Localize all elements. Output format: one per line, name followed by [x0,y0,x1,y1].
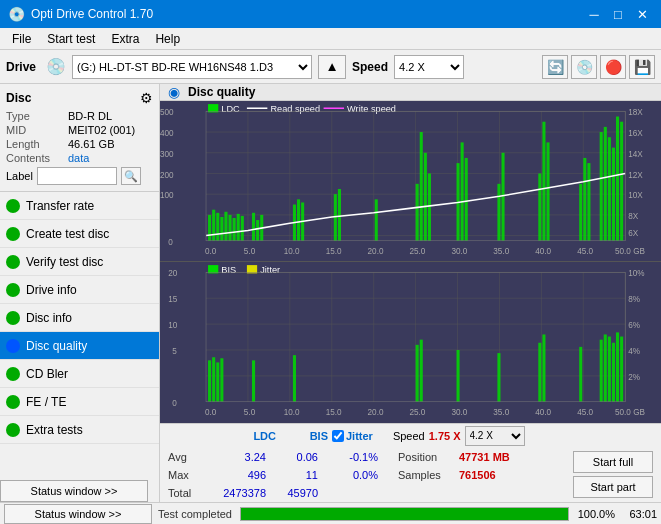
drive-select[interactable]: (G:) HL-DT-ST BD-RE WH16NS48 1.D3 [72,55,312,79]
svg-rect-23 [229,215,232,241]
stats-data-area: Avg 3.24 0.06 -0.1% Max 496 11 0.0% Tota… [160,448,661,502]
svg-rect-38 [424,153,427,241]
speed-select[interactable]: 4.2 X [394,55,464,79]
disc-type-value: BD-R DL [68,110,112,122]
svg-text:30.0: 30.0 [451,247,467,256]
menu-extra[interactable]: Extra [103,30,147,48]
svg-text:Read speed: Read speed [270,104,320,114]
svg-text:15.0: 15.0 [326,247,342,256]
svg-text:10.0: 10.0 [284,409,300,418]
svg-text:16X: 16X [628,129,643,138]
close-button[interactable]: ✕ [631,4,653,24]
svg-rect-36 [416,184,419,241]
sidebar-item-label-disc-info: Disc info [26,311,72,325]
disc-button[interactable]: 💿 [571,55,597,79]
disc-label-text: Label [6,170,33,182]
minimize-button[interactable]: ─ [583,4,605,24]
svg-rect-19 [212,210,215,241]
start-part-button[interactable]: Start part [573,476,653,498]
stats-headers-row: LDC BIS Jitter Speed 1.75 X 4.2 X [160,423,661,448]
create-test-disc-icon [6,227,20,241]
sidebar-item-create-test-disc[interactable]: Create test disc [0,220,159,248]
svg-text:4%: 4% [628,348,640,357]
chart-header: ◉ Disc quality [160,84,661,101]
jitter-checkbox[interactable] [332,430,344,442]
eject-button[interactable]: ▲ [318,55,346,79]
svg-rect-121 [616,333,619,402]
disc-label-input[interactable] [37,167,117,185]
status-text: Test completed [158,508,232,520]
chart-title: Disc quality [188,85,255,99]
svg-text:40.0: 40.0 [535,409,551,418]
svg-text:2%: 2% [628,373,640,382]
sidebar-item-label-extra-tests: Extra tests [26,423,83,437]
disc-settings-icon[interactable]: ⚙ [140,90,153,106]
svg-rect-55 [616,117,619,241]
right-content: ◉ Disc quality [160,84,661,502]
maximize-button[interactable]: □ [607,4,629,24]
drive-info-icon [6,283,20,297]
verify-test-disc-icon [6,255,20,269]
sidebar-item-disc-quality[interactable]: Disc quality [0,332,159,360]
svg-rect-39 [428,173,431,240]
bis-header: BIS [276,430,328,442]
svg-text:30.0: 30.0 [451,409,467,418]
menu-start-test[interactable]: Start test [39,30,103,48]
progress-percent: 100.0% [573,508,615,520]
svg-rect-105 [212,358,215,403]
menu-help[interactable]: Help [147,30,188,48]
svg-rect-119 [608,337,611,402]
total-label: Total [168,487,208,499]
svg-rect-117 [600,340,603,402]
sidebar-item-drive-info[interactable]: Drive info [0,276,159,304]
svg-rect-31 [297,199,300,240]
svg-text:5.0: 5.0 [244,409,256,418]
total-row: Total 2473378 45970 [168,484,388,502]
save-button[interactable]: 💾 [629,55,655,79]
max-label: Max [168,469,208,481]
disc-label-button[interactable]: 🔍 [121,167,141,185]
status-window-button[interactable]: Status window >> [0,480,148,502]
erase-button[interactable]: 🔴 [600,55,626,79]
action-buttons: Start full Start part [573,448,653,502]
svg-rect-114 [538,343,541,402]
svg-text:400: 400 [160,129,174,138]
sidebar-item-verify-test-disc[interactable]: Verify test disc [0,248,159,276]
sidebar-item-transfer-rate[interactable]: Transfer rate [0,192,159,220]
svg-text:14X: 14X [628,150,643,159]
bottom-panel: LDC BIS Jitter Speed 1.75 X 4.2 X [160,423,661,502]
svg-rect-27 [252,213,255,241]
chart1-svg: LDC Read speed Write speed 500 400 300 2… [160,101,661,261]
svg-rect-52 [604,127,607,241]
svg-rect-88 [160,262,661,422]
avg-label: Avg [168,451,208,463]
status-window-btn-bottom[interactable]: Status window >> [4,504,152,524]
refresh-button[interactable]: 🔄 [542,55,568,79]
progress-area: Test completed 100.0% 63:01 [158,507,657,521]
svg-text:LDC: LDC [221,104,240,114]
svg-rect-50 [587,163,590,241]
disc-contents-value[interactable]: data [68,152,89,164]
speed-select-stats[interactable]: 4.2 X [465,426,525,446]
sidebar-item-disc-info[interactable]: Disc info [0,304,159,332]
svg-rect-118 [604,335,607,402]
sidebar-item-cd-bler[interactable]: CD Bler [0,360,159,388]
progress-time: 63:01 [619,508,657,520]
svg-rect-43 [497,184,500,241]
svg-text:0: 0 [168,238,173,247]
disc-contents-row: Contents data [6,152,153,164]
sidebar-item-fe-te[interactable]: FE / TE [0,388,159,416]
disc-mid-row: MID MEIT02 (001) [6,124,153,136]
svg-rect-24 [233,218,236,241]
sidebar: Disc ⚙ Type BD-R DL MID MEIT02 (001) Len… [0,84,160,502]
menu-file[interactable]: File [4,30,39,48]
ldc-total: 2473378 [208,487,276,499]
svg-rect-41 [461,142,464,240]
sidebar-item-extra-tests[interactable]: Extra tests [0,416,159,444]
progress-bar-inner [241,508,568,520]
svg-rect-47 [546,142,549,240]
svg-text:15.0: 15.0 [326,409,342,418]
start-full-button[interactable]: Start full [573,451,653,473]
samples-value: 761506 [459,469,496,481]
position-row: Position 47731 MB [398,448,510,466]
